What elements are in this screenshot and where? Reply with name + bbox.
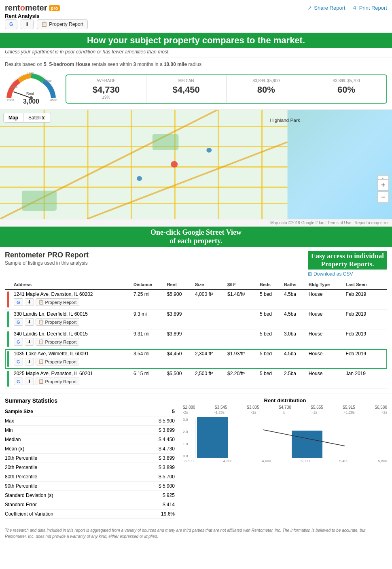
listing-report-btn[interactable]: 📋 Property Report: [36, 338, 80, 346]
listing-bldg-type: House: [306, 289, 343, 310]
summary-value: $ 4,450: [132, 435, 175, 444]
page-footer: The research and data included in this r…: [0, 523, 392, 544]
table-row: 1035 Lake Ave, Wilmette, IL 60091 G ⬇ 📋 …: [5, 349, 387, 369]
listing-beds: 5 bed: [257, 289, 282, 310]
listing-download-btn[interactable]: ⬇: [25, 358, 34, 365]
summary-value: $ 5,900: [132, 416, 175, 426]
listing-baths: 4.5ba: [282, 289, 306, 310]
listing-download-btn[interactable]: ⬇: [25, 378, 34, 385]
stat-median: MEDIAN $4,450: [146, 75, 227, 103]
svg-rect-12: [0, 166, 288, 168]
listing-google-btn[interactable]: G: [14, 318, 23, 326]
google-search-btn[interactable]: G: [5, 19, 17, 29]
google-icon: G: [17, 320, 20, 325]
svg-text:6580: 6580: [50, 98, 57, 102]
listing-price-sqft: [225, 310, 257, 329]
google-icon: G: [17, 359, 20, 364]
summary-label: Standard Error: [5, 500, 132, 510]
svg-rect-8: [283, 110, 392, 219]
print-report-btn[interactable]: 🖨 Print Report: [352, 5, 387, 11]
report-icon: 📋: [38, 359, 44, 364]
download-csv-btn[interactable]: ⊞ Download as CSV: [308, 271, 387, 277]
listing-download-btn[interactable]: ⬇: [25, 298, 34, 306]
download-icon: ⬇: [28, 299, 31, 305]
csv-icon: ⊞: [308, 271, 312, 277]
svg-point-27: [137, 176, 142, 181]
listing-google-btn[interactable]: G: [14, 298, 23, 306]
listing-report-btn[interactable]: 📋 Property Report: [36, 378, 80, 385]
row-indicator: [7, 371, 9, 387]
pro-report-section: Rentometer PRO Report Sample of listings…: [0, 247, 392, 393]
listing-download-btn[interactable]: ⬇: [25, 318, 34, 326]
map-tabs: Map Satellite: [3, 113, 51, 123]
svg-text:Highland Park: Highland Park: [270, 118, 301, 123]
listing-rent: $4,450: [165, 349, 193, 369]
listing-size: [193, 310, 225, 329]
zoom-in-btn[interactable]: +: [377, 179, 389, 191]
listing-download-btn[interactable]: ⬇: [25, 338, 34, 346]
main-banner: How your subject property compares to th…: [0, 33, 392, 48]
svg-point-26: [171, 161, 178, 168]
google-icon: G: [17, 340, 20, 344]
chart-sub-labels: -2s-1.28s-1sx̄+1s+1.28s+2s: [183, 410, 387, 414]
gauge: 2880 3805 4730 5655 6580 Rent 3,000: [5, 70, 57, 105]
table-row: 340 Landis Ln, Deerfield, IL 60015 G ⬇ 📋…: [5, 329, 387, 349]
listing-last-seen: Feb 2019: [343, 289, 380, 310]
chart-bar: [197, 417, 228, 458]
listing-beds: 5 bed: [257, 329, 282, 349]
chart-sub-label: +1.28s: [343, 410, 354, 414]
summary-stats: Summary Statistics Sample Size 5 Max $ 5…: [5, 397, 175, 519]
listing-actions: G ⬇ 📋 Property Report: [14, 338, 129, 346]
listing-distance: 9.3 mi: [131, 310, 165, 329]
summary-row: Max $ 5,900: [5, 416, 175, 426]
logo: rentometer pro: [5, 3, 60, 13]
download-btn[interactable]: ⬇: [21, 19, 34, 29]
col-size: Size: [193, 280, 225, 289]
table-row: 2025 Maple Ave, Evanston, IL 60201 G ⬇ 📋…: [5, 369, 387, 389]
listing-actions: G ⬇ 📋 Property Report: [14, 318, 129, 326]
map-svg: Highland Park: [0, 110, 392, 219]
map-view[interactable]: Highland Park Map Satellite 🚶 + −: [0, 110, 392, 219]
property-report-btn[interactable]: 📋 Property Report: [37, 19, 88, 29]
col-rent: Rent: [165, 280, 193, 289]
listing-size: [193, 329, 225, 349]
toolbar: G ⬇ 📋 Property Report: [0, 16, 392, 33]
row-indicator: [7, 311, 9, 327]
listing-bldg-type: House: [306, 329, 343, 349]
row-indicator: [7, 331, 9, 347]
map-tab-map[interactable]: Map: [3, 113, 23, 123]
svg-text:4730: 4730: [27, 72, 34, 75]
svg-rect-20: [261, 110, 263, 219]
listing-report-btn[interactable]: 📋 Property Report: [36, 318, 80, 326]
listing-price-sqft: [225, 329, 257, 349]
chart-title: Rent distribution: [183, 397, 387, 403]
summary-row: Standard Deviation (s) $ 925: [5, 491, 175, 500]
listing-report-btn[interactable]: 📋 Property Report: [36, 298, 80, 306]
summary-row: 10th Percentile $ 3,899: [5, 454, 175, 463]
listing-size: 2,500 ft²: [193, 369, 225, 389]
svg-rect-13: [0, 187, 288, 188]
download-icon: ⬇: [28, 359, 31, 364]
listing-google-btn[interactable]: G: [14, 338, 23, 346]
summary-label: Median: [5, 435, 132, 444]
listing-address: 2025 Maple Ave, Evanston, IL 60201: [14, 371, 129, 376]
listing-report-btn[interactable]: 📋 Property Report: [36, 358, 80, 365]
map-tab-satellite[interactable]: Satellite: [23, 113, 51, 123]
map-container: Highland Park Map Satellite 🚶 + − Map da…: [0, 110, 392, 227]
listing-google-btn[interactable]: G: [14, 358, 23, 365]
property-report-label: Property Report: [49, 21, 83, 27]
listing-google-btn[interactable]: G: [14, 378, 23, 385]
share-report-btn[interactable]: ↗ Share Report: [307, 5, 345, 11]
summary-row: 20th Percentile $ 3,899: [5, 463, 175, 472]
listing-actions: G ⬇ 📋 Property Report: [14, 358, 129, 365]
chart-bottom-label: 5,800: [378, 459, 387, 463]
summary-row: 90th Percentile $ 5,900: [5, 482, 175, 491]
summary-label: Min: [5, 426, 132, 435]
listing-distance: 9.31 mi: [131, 329, 165, 349]
zoom-out-btn[interactable]: −: [377, 191, 389, 203]
summary-row: 80th Percentile $ 5,700: [5, 472, 175, 482]
listing-beds: 5 bed: [257, 349, 282, 369]
svg-rect-19: [218, 110, 219, 219]
chart-sub-label: x̄: [283, 410, 285, 414]
pro-badge: pro: [49, 5, 60, 11]
